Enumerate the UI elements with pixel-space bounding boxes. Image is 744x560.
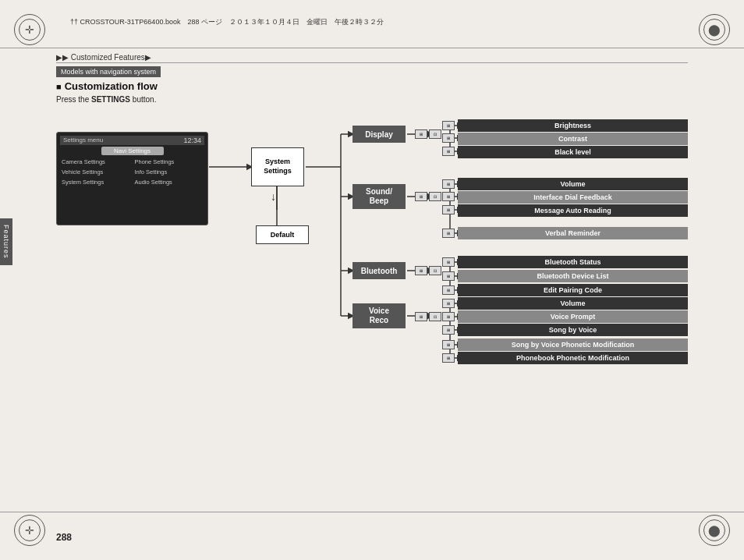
sound-beep-category-box: Sound/Beep <box>353 184 406 209</box>
settings-menu-title: Settings menu 12:34 <box>60 136 204 145</box>
bluetooth-icon-2: ⊡ <box>429 266 441 275</box>
settings-item-2: Vehicle Settings <box>60 168 132 176</box>
feature-contrast: Contrast <box>458 133 688 145</box>
bt-icon-list: ⊞ <box>442 271 455 281</box>
main-content: Models with navigation system Customizat… <box>56 66 688 509</box>
vr-icon-sbvpm: ⊞ <box>442 340 455 349</box>
settings-item-4: System Settings <box>60 178 132 186</box>
settings-grid: Camera Settings Phone Settings Vehicle S… <box>60 158 204 186</box>
di-icon-contrast: ⊞ <box>442 133 455 143</box>
default-box: Default <box>256 225 309 244</box>
down-arrow: ↓ <box>271 190 276 203</box>
feature-vr-volume: Volume <box>458 297 688 310</box>
feature-volume-sound: Volume <box>458 178 688 190</box>
feature-verbal-reminder: Verbal Reminder <box>458 227 688 239</box>
press-instructions: Press the SETTINGS button. <box>56 95 688 104</box>
settings-item-5: Audio Settings <box>133 178 205 186</box>
display-icon-1: ⊞ <box>415 129 427 139</box>
voice-reco-category-box: VoiceReco <box>353 303 406 328</box>
voice-icon-1: ⊞ <box>415 312 427 321</box>
settings-item-3: Info Settings <box>133 168 205 176</box>
vr-icon-pbpm: ⊞ <box>442 353 455 363</box>
vr-icon-prompt: ⊞ <box>442 312 455 321</box>
top-header: †† CROSSTOUR-31TP66400.book 288 ページ ２０１３… <box>0 0 744 48</box>
settings-menu-mockup: Settings menu 12:34 Navi Settings Camera… <box>56 132 208 225</box>
sound-icon-1: ⊞ <box>415 192 427 201</box>
sb-icon-mar: ⊞ <box>442 205 455 214</box>
feature-bt-device-list: Bluetooth Device List <box>458 270 688 282</box>
voice-icon-2: ⊡ <box>429 312 441 321</box>
sb-icon-idf: ⊞ <box>442 192 455 201</box>
feature-voice-prompt: Voice Prompt <box>458 310 688 323</box>
di-icon-brightness: ⊞ <box>442 121 455 130</box>
voice-connectors: ⊞ ⊡ <box>415 312 441 321</box>
feature-message-auto-reading: Message Auto Reading <box>458 204 688 217</box>
bluetooth-icon-1: ⊞ <box>415 266 427 275</box>
header-divider <box>56 62 688 63</box>
feature-edit-pairing: Edit Pairing Code <box>458 284 688 296</box>
vr-icon-vol: ⊞ <box>442 299 455 308</box>
header-text: †† CROSSTOUR-31TP66400.book 288 ページ ２０１３… <box>70 17 384 27</box>
sound-connectors: ⊞ ⊡ <box>415 192 441 201</box>
feature-interface-dial: Interface Dial Feedback <box>458 191 688 204</box>
bluetooth-connectors: ⊞ ⊡ <box>415 266 441 275</box>
feature-bt-status: Bluetooth Status <box>458 256 688 268</box>
sb-icon-vol: ⊞ <box>442 179 455 189</box>
feature-song-by-voice: Song by Voice <box>458 324 688 336</box>
display-icon-2: ⊡ <box>429 129 441 139</box>
vr-icon-sbv: ⊞ <box>442 325 455 335</box>
feature-brightness: Brightness <box>458 119 688 132</box>
di-icon-black: ⊞ <box>442 147 455 156</box>
system-settings-box: SystemSettings <box>251 147 304 186</box>
bottom-footer <box>0 512 744 560</box>
sb-icon-vr: ⊞ <box>442 229 455 238</box>
settings-item-1: Phone Settings <box>133 158 205 166</box>
feature-sbv-phonetic: Song by Voice Phonetic Modification <box>458 338 688 351</box>
breadcrumb: ▶▶ Customized Features▶ <box>56 53 151 62</box>
display-category-box: Display <box>353 126 406 143</box>
flow-diagram: Settings menu 12:34 Navi Settings Camera… <box>56 108 688 374</box>
side-tab-features: Features <box>0 218 12 265</box>
nav-settings-btn: Navi Settings <box>101 147 164 155</box>
bluetooth-category-box: Bluetooth <box>353 262 406 279</box>
bt-icon-pair: ⊞ <box>442 285 455 295</box>
nav-badge: Models with navigation system <box>56 66 161 77</box>
section-title: Customization flow <box>56 80 688 92</box>
bt-icon-status: ⊞ <box>442 257 455 267</box>
settings-item-0: Camera Settings <box>60 158 132 166</box>
sound-icon-2: ⊡ <box>429 192 441 201</box>
display-connectors: ⊞ ⊡ <box>415 129 441 139</box>
page-number: 288 <box>56 532 72 543</box>
feature-pb-phonetic: Phonebook Phonetic Modification <box>458 352 688 364</box>
feature-black-level: Black level <box>458 146 688 158</box>
